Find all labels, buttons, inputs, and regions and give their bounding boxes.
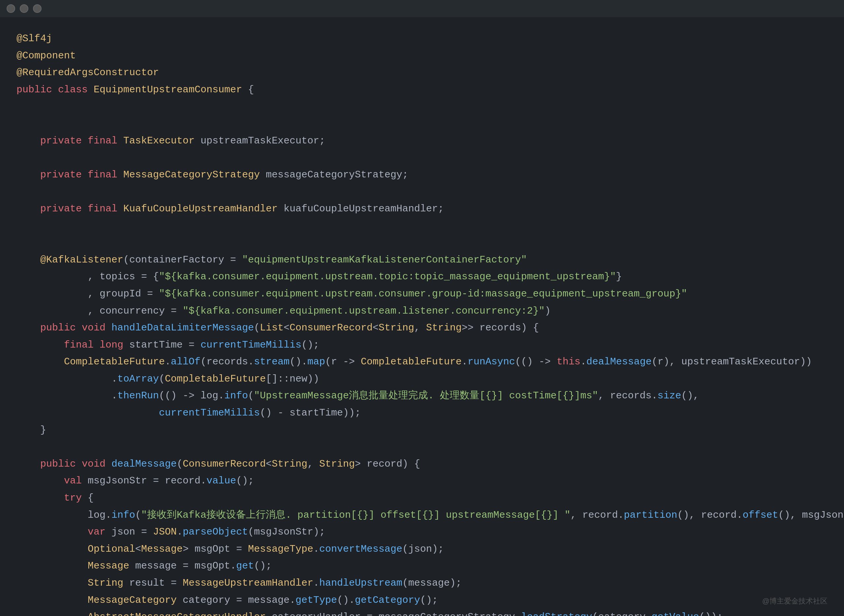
minimize-button[interactable] (20, 4, 28, 13)
window: @Slf4j @Component @RequiredArgsConstruct… (0, 0, 844, 616)
close-button[interactable] (7, 4, 15, 13)
maximize-button[interactable] (33, 4, 41, 13)
titlebar (0, 0, 844, 17)
watermark: @博主爱金技术社区 (762, 596, 828, 606)
code-content: @Slf4j @Component @RequiredArgsConstruct… (16, 30, 828, 616)
code-area: @Slf4j @Component @RequiredArgsConstruct… (0, 17, 844, 616)
